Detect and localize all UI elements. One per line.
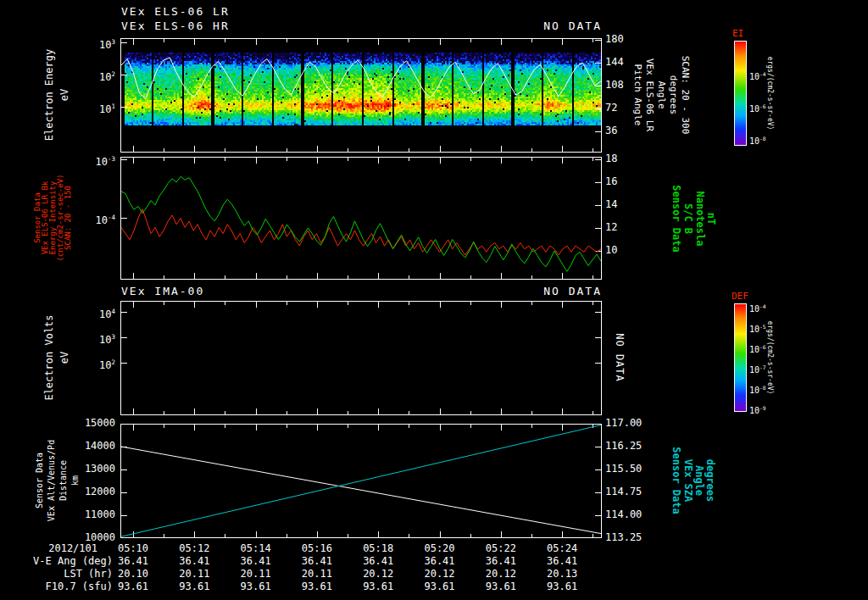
colorbar-def-tick: 10-9 — [749, 402, 766, 417]
vex-quicklook-screen: VEx ELS-06 LR VEx ELS-06 HR NO DATA VEx … — [0, 0, 868, 600]
intensity-bfield-panel — [120, 157, 602, 280]
time-axis-row: 2012/101 05:1005:1205:1405:1605:1805:200… — [0, 542, 868, 554]
p1-pitch-tick: 36 — [605, 125, 617, 137]
time-tick-label: 05:22 — [486, 542, 516, 554]
colorbar-def-tick: 10-5 — [749, 320, 766, 336]
p4-sza-tick: 114.00 — [605, 508, 642, 521]
row-value: 20.11 — [302, 568, 332, 580]
els-spectrogram-panel — [120, 38, 602, 153]
time-tick-label: 05:10 — [118, 542, 148, 554]
p4-km-tick: 15000 — [71, 417, 115, 430]
p2-intensity-tick: 10-4 — [71, 211, 115, 227]
row-value: 36.41 — [302, 555, 332, 567]
p4-right-axis-label: Angle — [693, 465, 705, 496]
time-tick-label: 05:16 — [302, 542, 332, 554]
p1-pitch-tick: 108 — [605, 79, 624, 92]
p4-left-axis-label: km — [70, 475, 80, 486]
panel3-no-data-label: NO DATA — [543, 285, 602, 297]
p1-pitch-tick: 144 — [605, 56, 624, 69]
row-value: 20.13 — [547, 568, 577, 580]
panel1-title-lr: VEx ELS-06 LR — [121, 5, 230, 18]
row-value: 36.41 — [179, 555, 209, 567]
row-value: 93.61 — [363, 581, 393, 592]
time-tick-label: 05:18 — [363, 542, 393, 554]
date-label: 2012/101 — [0, 542, 97, 554]
row-value: 93.61 — [424, 581, 454, 592]
p2-intensity-tick: 10-3 — [71, 153, 115, 169]
p4-sza-tick: 116.25 — [605, 440, 642, 453]
p4-right-axis-label: VEx SZA — [682, 459, 694, 503]
panel1-title-hr: VEx ELS-06 HR — [121, 19, 230, 32]
p2-nt-tick: 10 — [605, 244, 617, 257]
p2-nt-tick: 18 — [605, 153, 617, 165]
colorbar-ei-tick: 10-8 — [749, 132, 766, 147]
altitude-sza-panel — [120, 424, 602, 538]
p4-km-tick: 11000 — [71, 508, 115, 521]
time-tick-label: 05:14 — [241, 542, 271, 554]
row-value: 36.41 — [118, 555, 148, 567]
row-value: 93.61 — [241, 581, 271, 592]
colorbar-ei-unit: ergs/(cm2-s-sr-eV) — [766, 57, 774, 131]
time-tick-label: 05:12 — [179, 542, 209, 554]
alt-sza-canvas — [121, 425, 601, 537]
row-value: 36.41 — [241, 555, 271, 567]
panel3-title: VEx IMA-00 — [121, 285, 204, 297]
panel1-no-data-label: NO DATA — [543, 19, 602, 32]
row-value: 20.12 — [424, 568, 454, 580]
colorbar-ei-tick: 10-6 — [749, 100, 766, 115]
row-value: 36.41 — [547, 555, 577, 567]
colorbar-def — [734, 303, 747, 412]
p1-pitch-tick: 72 — [605, 102, 617, 114]
p1-y-axis-label: Electron Energy — [43, 49, 55, 141]
f107-row-label: F10.7 (sfu) — [0, 581, 113, 592]
p4-km-tick: 12000 — [71, 486, 115, 498]
p1-y-axis-label: eV — [58, 89, 70, 101]
p2-right-axis-label: Sensor Data — [670, 185, 682, 252]
p4-km-tick: 14000 — [71, 440, 115, 453]
colorbar-def-tick: 10-8 — [749, 381, 766, 397]
p2-right-axis-label: nT — [705, 213, 717, 225]
p1-right-axis-label: SCAN: 20 - 300 — [680, 56, 691, 135]
p2-right-axis-label: Nanotesla — [694, 191, 706, 246]
ve-ang-row-label: V-E Ang (deg) — [0, 555, 113, 567]
row-value: 93.61 — [547, 581, 577, 592]
row-value: 20.10 — [118, 568, 148, 580]
colorbar-def-tick: 10-4 — [749, 300, 766, 315]
lst-row-label: LST (hr) — [0, 568, 113, 580]
row-value: 36.41 — [424, 555, 454, 567]
colorbar-def-tick: 10-6 — [749, 341, 766, 356]
p1-right-axis-label: Pitch Angle — [632, 64, 643, 126]
p3-y-axis-label: Electron Volts — [43, 314, 55, 400]
colorbar-ei-label: EI — [732, 28, 743, 39]
row-value: 20.11 — [241, 568, 271, 580]
p2-nt-tick: 12 — [605, 221, 617, 234]
p1-right-axis-label: degrees — [668, 75, 679, 114]
colorbar-def-tick: 10-7 — [749, 361, 766, 376]
p1-right-axis-label: Angle — [656, 81, 667, 108]
p3-volts-tick: 104 — [71, 305, 115, 321]
p3-volts-tick: 103 — [71, 331, 115, 347]
p1-pitch-tick: 180 — [605, 33, 624, 46]
p2-nt-tick: 14 — [605, 198, 617, 211]
ve-ang-row: V-E Ang (deg) 36.4136.4136.4136.4136.413… — [0, 555, 868, 567]
f107-row: F10.7 (sfu) 93.6193.6193.6193.6193.6193.… — [0, 581, 868, 592]
p4-sza-tick: 115.50 — [605, 463, 642, 475]
line-chart-canvas — [121, 158, 601, 279]
row-value: 36.41 — [486, 555, 516, 567]
row-value: 20.11 — [179, 568, 209, 580]
p1-energy-tick: 102 — [71, 68, 115, 84]
time-tick-label: 05:20 — [424, 542, 454, 554]
p1-right-axis-label: VEx ELS-06 LR — [644, 58, 655, 131]
p4-right-axis-label: degrees — [704, 459, 716, 503]
p4-left-axis-label: Distance — [58, 460, 68, 501]
row-value: 20.12 — [363, 568, 393, 580]
p4-sza-tick: 114.75 — [605, 486, 642, 498]
p4-right-axis-label: Sensor Data — [670, 447, 682, 514]
empty-panel-canvas — [121, 302, 601, 414]
ima-empty-panel — [120, 301, 602, 415]
row-value: 93.61 — [302, 581, 332, 592]
lst-row: LST (hr) 20.1020.1120.1120.1120.1220.122… — [0, 568, 868, 580]
time-tick-label: 05:24 — [547, 542, 577, 554]
p1-energy-tick: 101 — [71, 100, 115, 116]
row-value: 93.61 — [179, 581, 209, 592]
